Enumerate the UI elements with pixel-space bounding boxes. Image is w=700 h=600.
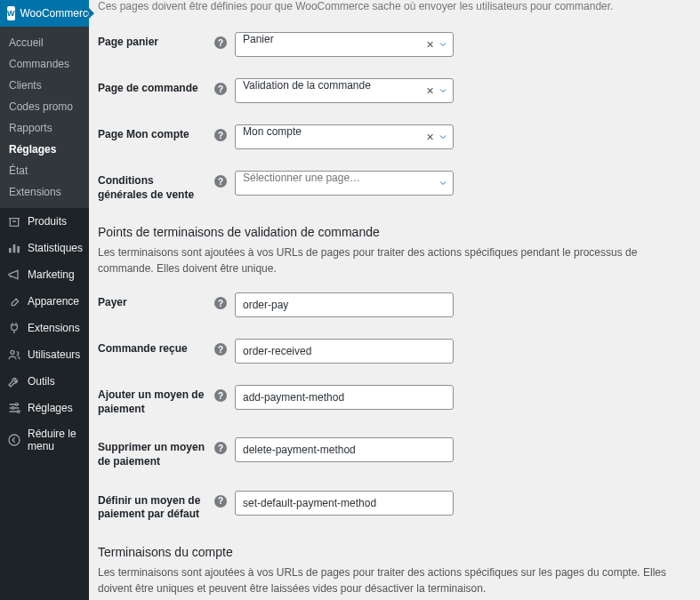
svg-point-4 [15, 404, 18, 406]
field-label: Ajouter un moyen de paiement [98, 385, 213, 416]
field-label: Page panier [98, 32, 213, 50]
field-label: Commande reçue [98, 339, 213, 356]
sidebar-sub-item[interactable]: Clients [0, 75, 89, 96]
sidebar-top-label: WooCommerce [20, 7, 94, 20]
active-indicator-arrow [89, 8, 94, 19]
sidebar-main-label: Apparence [28, 295, 79, 308]
field-label: Page Mon compte [98, 124, 213, 142]
users-icon [7, 348, 21, 362]
page-select[interactable]: Validation de la commande✕ [235, 78, 454, 103]
form-row: Commande reçue? [98, 328, 684, 374]
sidebar-sub-item[interactable]: Rapports [0, 117, 89, 139]
sidebar-sub-item[interactable]: Accueil [0, 32, 89, 53]
endpoint-input[interactable] [235, 437, 454, 462]
woocommerce-icon: W [7, 6, 15, 20]
sidebar-sub-item[interactable]: Commandes [0, 53, 89, 75]
wrench-icon [7, 374, 21, 388]
sidebar-main-label: Extensions [28, 322, 80, 334]
form-row: Page panier?Panier✕ [98, 21, 684, 68]
clear-icon[interactable]: ✕ [426, 85, 434, 97]
form-row: Conditions générales de vente?Sélectionn… [98, 160, 684, 212]
main-content: Ces pages doivent être définies pour que… [89, 0, 700, 600]
sidebar-main-item[interactable]: Utilisateurs [0, 341, 89, 368]
section-desc-checkout: Les terminaisons sont ajoutées à vos URL… [98, 244, 684, 276]
help-icon[interactable]: ? [214, 495, 227, 508]
bars-icon [7, 241, 21, 255]
sidebar-main-item[interactable]: Statistiques [0, 235, 89, 261]
sidebar-sub-item[interactable]: Réglages [0, 139, 89, 160]
sidebar-main-item[interactable]: Outils [0, 368, 89, 395]
help-icon[interactable]: ? [214, 129, 227, 141]
svg-point-5 [12, 407, 14, 410]
form-row: Ajouter un moyen de paiement? [98, 374, 684, 427]
help-icon[interactable]: ? [214, 175, 227, 188]
collapse-icon [7, 433, 21, 447]
intro-text: Ces pages doivent être définies pour que… [98, 0, 684, 21]
section-title-checkout-endpoints: Points de terminaisons de validation de … [98, 225, 684, 239]
svg-point-6 [17, 411, 20, 413]
sidebar-main-item[interactable]: Marketing [0, 261, 89, 288]
svg-rect-1 [13, 244, 16, 252]
endpoint-input[interactable] [235, 339, 454, 364]
sidebar-main-label: Produits [28, 215, 67, 228]
endpoint-input[interactable] [235, 385, 454, 410]
megaphone-icon [7, 268, 21, 282]
sidebar-main-label: Utilisateurs [28, 348, 80, 361]
sidebar-main-item[interactable]: Réduire le menu [0, 421, 89, 459]
form-row: Supprimer un moyen de paiement? [98, 427, 684, 479]
sidebar-main-item[interactable]: Apparence [0, 288, 89, 315]
sidebar-main-label: Marketing [28, 268, 75, 281]
sidebar-submenu: AccueilCommandesClientsCodes promoRappor… [0, 27, 89, 208]
sidebar-main-label: Outils [28, 375, 55, 388]
field-label: Payer [98, 292, 213, 310]
form-row: Page Mon compte?Mon compte✕ [98, 114, 684, 160]
sidebar-main-label: Statistiques [28, 242, 83, 254]
svg-point-7 [9, 435, 20, 445]
brush-icon [7, 294, 21, 308]
sidebar-sub-item[interactable]: Codes promo [0, 96, 89, 117]
sidebar-main-label: Réglages [28, 402, 73, 414]
svg-rect-0 [9, 248, 12, 252]
help-icon[interactable]: ? [214, 36, 227, 49]
section-title-account-endpoints: Terminaisons du compte [98, 545, 684, 559]
clear-icon[interactable]: ✕ [426, 39, 434, 51]
clear-icon[interactable]: ✕ [426, 132, 434, 143]
endpoint-input[interactable] [235, 292, 454, 317]
field-label: Définir un moyen de paiement par défaut [98, 491, 213, 522]
archive-icon [7, 214, 21, 228]
endpoint-input[interactable] [235, 491, 454, 516]
page-select[interactable]: Mon compte✕ [235, 124, 454, 149]
field-label: Conditions générales de vente [98, 171, 213, 202]
sidebar-main-item[interactable]: Produits [0, 208, 89, 235]
form-row: Page de commande?Validation de la comman… [98, 68, 684, 114]
field-label: Supprimer un moyen de paiement [98, 437, 213, 468]
sidebar-main-item[interactable]: Réglages [0, 395, 89, 421]
sliders-icon [7, 401, 21, 415]
field-label: Page de commande [98, 78, 213, 96]
page-select[interactable]: Panier✕ [235, 32, 454, 57]
admin-sidebar: W WooCommerce AccueilCommandesClientsCod… [0, 0, 89, 600]
form-row: Définir un moyen de paiement par défaut? [98, 480, 684, 532]
help-icon[interactable]: ? [214, 389, 227, 402]
form-row: Payer? [98, 282, 684, 328]
help-icon[interactable]: ? [214, 83, 227, 95]
help-icon[interactable]: ? [214, 297, 227, 309]
sidebar-main-label: Réduire le menu [28, 428, 82, 452]
page-select[interactable]: Sélectionner une page… [235, 171, 454, 196]
sidebar-sub-item[interactable]: Extensions [0, 181, 89, 203]
section-desc-account: Les terminaisons sont ajoutées à vos URL… [98, 564, 684, 596]
svg-point-3 [11, 350, 14, 354]
svg-rect-2 [17, 246, 20, 252]
help-icon[interactable]: ? [214, 442, 227, 454]
sidebar-woocommerce-header[interactable]: W WooCommerce [0, 0, 89, 27]
help-icon[interactable]: ? [214, 343, 227, 356]
sidebar-main-menu: ProduitsStatistiquesMarketingApparenceEx… [0, 208, 89, 459]
plug-icon [7, 321, 21, 335]
sidebar-sub-item[interactable]: État [0, 160, 89, 181]
sidebar-main-item[interactable]: Extensions [0, 315, 89, 341]
